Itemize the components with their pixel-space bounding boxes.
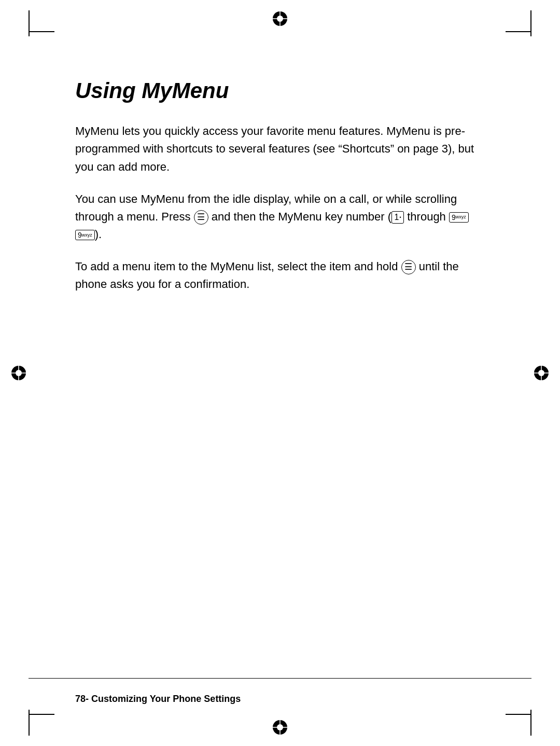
corner-line-top-right-h: [506, 31, 531, 32]
corner-line-bottom-right-h: [506, 714, 531, 715]
paragraph-3: To add a menu item to the MyMenu list, s…: [75, 258, 485, 293]
corner-line-top-left-h: [29, 31, 54, 32]
crosshair-bottom-center: [271, 718, 289, 737]
corner-line-top-left-v: [29, 10, 30, 36]
corner-line-top-right-v: [530, 10, 531, 36]
footer-divider: [29, 678, 531, 679]
footer-text: - Customizing Your Phone Settings: [86, 694, 241, 704]
menu-key-hold-icon: ☰: [401, 260, 416, 274]
paragraph-2: You can use MyMenu from the idle display…: [75, 190, 485, 243]
paragraph-3-part1: To add a menu item to the MyMenu list, s…: [75, 260, 401, 273]
crosshair-right-middle: [532, 364, 551, 382]
page-title: Using MyMenu: [75, 78, 485, 104]
corner-line-bottom-right-v: [530, 710, 531, 736]
crosshair-left-middle: [9, 364, 28, 382]
corner-line-bottom-left-v: [29, 710, 30, 736]
through-text: through: [407, 210, 446, 223]
footer: 78- Customizing Your Phone Settings: [75, 694, 485, 704]
paragraph-1: MyMenu lets you quickly access your favo…: [75, 122, 485, 175]
menu-key-icon: ☰: [194, 210, 208, 225]
key-1-icon: 1•: [391, 211, 404, 223]
footer-page-number: 78: [75, 694, 86, 704]
page: Using MyMenu MyMenu lets you quickly acc…: [0, 0, 560, 746]
key-9wxyz-a-icon: 9wxyz: [449, 212, 469, 223]
corner-line-bottom-left-h: [29, 714, 54, 715]
main-content: Using MyMenu MyMenu lets you quickly acc…: [75, 78, 485, 308]
key-9wxyz-b-icon: 9wxyz: [75, 230, 95, 241]
crosshair-top-center: [271, 9, 289, 28]
